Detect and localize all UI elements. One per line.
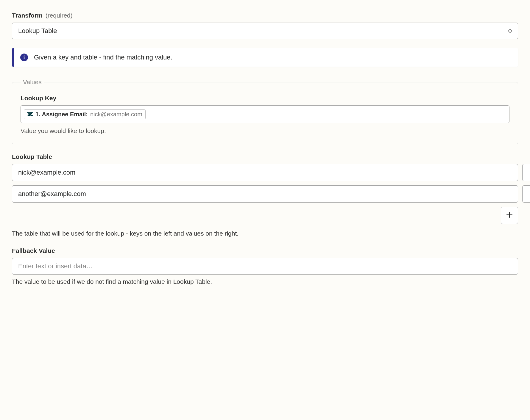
- lookup-table-description: The table that will be used for the look…: [12, 230, 518, 237]
- lookup-key-label: Lookup Key: [21, 95, 509, 102]
- chevron-up-down-icon: [508, 29, 512, 33]
- transform-field: Transform (required) Lookup Table: [12, 12, 518, 39]
- lookup-key-input-0[interactable]: [12, 164, 518, 181]
- plus-icon: [506, 211, 513, 220]
- lookup-key-pill-value: nick@example.com: [90, 111, 142, 118]
- lookup-table-label: Lookup Table: [12, 153, 518, 160]
- info-icon: i: [20, 54, 28, 61]
- lookup-value-input-1[interactable]: [522, 185, 530, 203]
- values-legend: Values: [21, 79, 44, 86]
- transform-select-value: Lookup Table: [18, 27, 57, 35]
- lookup-value-input-0[interactable]: [522, 164, 530, 181]
- table-row: [12, 164, 518, 181]
- add-row-button[interactable]: [501, 207, 518, 224]
- add-row-wrap: [12, 207, 518, 224]
- lookup-key-input-1[interactable]: [12, 185, 518, 203]
- lookup-key-input[interactable]: 1. Assignee Email: nick@example.com: [21, 105, 509, 123]
- fallback-section: Fallback Value The value to be used if w…: [12, 247, 518, 285]
- fallback-label: Fallback Value: [12, 247, 518, 254]
- table-row: [12, 185, 518, 203]
- transform-select[interactable]: Lookup Table: [12, 23, 518, 39]
- lookup-key-pill[interactable]: 1. Assignee Email: nick@example.com: [24, 109, 146, 119]
- values-fieldset: Values Lookup Key 1. Assignee Email: nic…: [12, 79, 518, 144]
- transform-label-row: Transform (required): [12, 12, 518, 19]
- fallback-input[interactable]: [12, 258, 518, 275]
- transform-required: (required): [46, 12, 73, 19]
- zendesk-icon: [27, 111, 33, 117]
- info-banner: i Given a key and table - find the match…: [12, 48, 518, 67]
- lookup-key-pill-prefix: 1. Assignee Email:: [35, 111, 88, 118]
- fallback-description: The value to be used if we do not find a…: [12, 278, 518, 285]
- transform-label: Transform: [12, 12, 43, 19]
- lookup-table-section: Lookup Table The table that will be used…: [12, 153, 518, 237]
- lookup-key-help: Value you would like to lookup.: [21, 127, 509, 134]
- info-text: Given a key and table - find the matchin…: [34, 54, 172, 61]
